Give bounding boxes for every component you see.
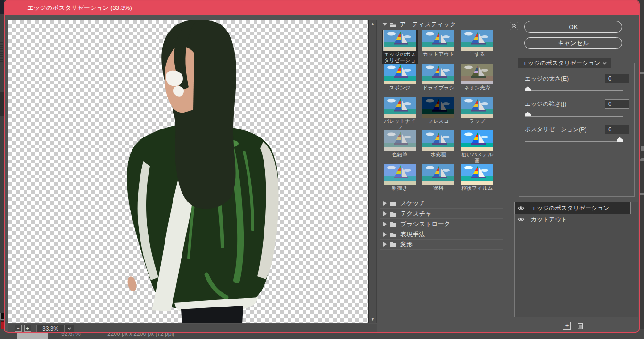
filter-item[interactable]: 水彩画 xyxy=(421,130,456,164)
new-effect-layer-button[interactable]: + xyxy=(563,322,571,330)
filter-thumbnail xyxy=(384,164,416,185)
category-artistic-header[interactable]: アーティスティック xyxy=(380,20,503,29)
filter-label: 塗料 xyxy=(421,185,456,191)
filter-item[interactable]: 色鉛筆 xyxy=(382,130,418,164)
filter-item[interactable]: 粗いパステル画 xyxy=(459,130,495,164)
background-panel-strip xyxy=(640,0,644,339)
filter-item[interactable]: スポンジ xyxy=(382,64,418,97)
triangle-collapsed-icon xyxy=(383,222,387,226)
filter-label: ドライブラシ xyxy=(421,85,456,91)
filter-label: スポンジ xyxy=(382,85,418,91)
filter-item[interactable]: ドライブラシ xyxy=(421,64,456,97)
filter-thumbnail xyxy=(461,30,493,51)
filter-item[interactable]: カットアウト xyxy=(421,30,456,64)
filter-label: 水彩画 xyxy=(421,152,456,158)
delete-effect-layer-button[interactable] xyxy=(576,322,584,330)
slider-value-input[interactable]: 0 xyxy=(605,99,629,109)
filter-thumbnail xyxy=(422,30,454,51)
filter-select-dropdown[interactable]: エッジのポスタリゼーション xyxy=(518,58,611,68)
category-row[interactable]: テクスチャ xyxy=(380,208,503,218)
scroll-up-icon[interactable]: ▲ xyxy=(369,20,376,28)
filter-item[interactable]: 粒状フィルム xyxy=(459,164,495,197)
ok-button[interactable]: OK xyxy=(524,21,622,33)
visibility-toggle[interactable] xyxy=(515,202,527,213)
filter-item[interactable]: 塗料 xyxy=(421,164,456,197)
filter-item[interactable]: パレットナイフ xyxy=(382,97,418,130)
category-label: ブラシストローク xyxy=(400,220,450,228)
category-row[interactable]: スケッチ xyxy=(380,198,503,208)
category-row[interactable]: 変形 xyxy=(380,239,503,250)
dialog-title-bar[interactable]: エッジのポスタリゼーション (33.3%) xyxy=(5,1,639,15)
status-bar-widget xyxy=(17,333,48,339)
open-folder-icon xyxy=(390,22,397,27)
filter-label: こする xyxy=(459,51,495,57)
filter-thumbnail xyxy=(461,64,493,84)
effect-layer-row[interactable]: カットアウト xyxy=(515,214,630,225)
folder-icon xyxy=(390,232,397,237)
filter-item[interactable]: フレスコ xyxy=(421,97,456,130)
filter-item[interactable]: こする xyxy=(459,30,495,64)
filter-thumbnail xyxy=(384,30,416,51)
preview-vertical-scrollbar[interactable]: ▲ ▼ xyxy=(369,20,377,323)
filter-label: カットアウト xyxy=(421,51,456,57)
trash-icon xyxy=(577,322,584,329)
effect-list-scrollbar-gutter[interactable] xyxy=(630,202,638,317)
filter-thumbnail xyxy=(422,164,454,185)
folder-icon xyxy=(390,211,397,217)
category-row[interactable]: ブラシストローク xyxy=(380,218,503,229)
filter-select-value: エッジのポスタリゼーション xyxy=(522,59,603,67)
slider-track[interactable] xyxy=(525,141,623,142)
filter-preview-canvas[interactable] xyxy=(8,20,369,323)
filter-label: 粒状フィルム xyxy=(459,185,495,191)
panel-menu-icon xyxy=(640,71,644,74)
zoom-level-value: 33.3% xyxy=(37,325,64,332)
slider-track[interactable] xyxy=(525,90,623,91)
filter-label: パレットナイフ xyxy=(382,118,418,130)
zoom-in-button[interactable]: + xyxy=(24,325,31,332)
filter-item[interactable]: ネオン光彩 xyxy=(459,64,495,97)
visibility-toggle[interactable] xyxy=(515,214,527,225)
zoom-level-dropdown[interactable]: 33.3% xyxy=(36,325,74,332)
filter-item[interactable]: エッジのポスタリゼーション xyxy=(382,30,418,64)
scroll-down-icon[interactable]: ▼ xyxy=(369,315,376,323)
cancel-button[interactable]: キャンセル xyxy=(524,37,622,49)
slider-label: ポスタリゼーション(P) xyxy=(525,126,605,134)
panel-menu-icon xyxy=(640,193,644,196)
collapse-thumbnails-button[interactable] xyxy=(510,22,518,30)
filter-thumbnail xyxy=(461,97,493,118)
folder-icon xyxy=(390,201,397,206)
slider-thumb[interactable] xyxy=(525,112,531,116)
effect-layer-label: エッジのポスタリゼーション xyxy=(527,202,630,213)
background-toolbar-grip xyxy=(0,42,3,62)
triangle-collapsed-icon xyxy=(383,201,387,206)
filter-item[interactable]: 粗描き xyxy=(382,164,418,197)
category-label: テクスチャ xyxy=(400,210,432,218)
slider-value-input[interactable]: 6 xyxy=(605,125,629,134)
slider-thumb[interactable] xyxy=(617,137,623,142)
slider-label: エッジの太さ(E) xyxy=(525,75,605,83)
slider-row: エッジの太さ(E)0 xyxy=(525,73,623,91)
effect-layer-row[interactable]: エッジのポスタリゼーション xyxy=(515,202,630,214)
filter-gallery-dialog: エッジのポスタリゼーション (33.3%) xyxy=(4,0,640,333)
filter-thumbnail xyxy=(461,164,493,185)
panel-icon xyxy=(641,146,644,151)
filter-thumbnail xyxy=(422,130,454,151)
folder-icon xyxy=(390,221,397,227)
filter-thumbnail xyxy=(422,64,454,84)
chevron-down-icon[interactable] xyxy=(64,325,74,332)
filter-item[interactable]: ラップ xyxy=(459,97,495,130)
category-label: スケッチ xyxy=(400,199,425,208)
triangle-expanded-icon xyxy=(382,23,387,26)
slider-value-input[interactable]: 0 xyxy=(605,74,629,83)
slider-track[interactable] xyxy=(525,116,623,117)
category-row[interactable]: 表現手法 xyxy=(380,229,503,239)
filter-label: 粗描き xyxy=(382,185,418,191)
folder-icon xyxy=(390,242,397,247)
filter-thumbnail xyxy=(461,130,493,151)
eye-icon xyxy=(517,206,525,210)
triangle-collapsed-icon xyxy=(383,211,387,216)
zoom-out-button[interactable]: − xyxy=(15,325,22,332)
slider-row: エッジの強さ(I)0 xyxy=(525,99,623,117)
filter-label: ネオン光彩 xyxy=(459,85,495,91)
slider-thumb[interactable] xyxy=(525,86,531,91)
